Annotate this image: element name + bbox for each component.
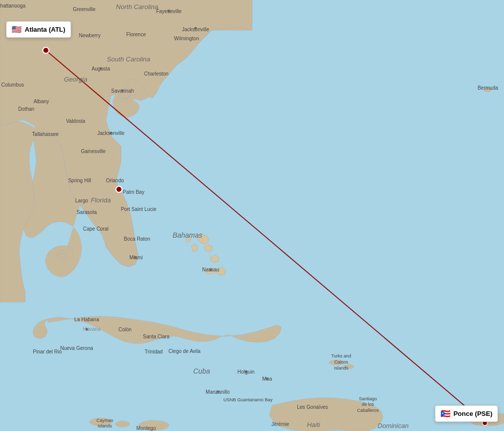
svg-text:Valdosta: Valdosta [66, 118, 86, 124]
svg-text:Ciego de Avila: Ciego de Avila [168, 348, 201, 354]
svg-text:Islands: Islands [98, 423, 112, 428]
map-container: Chattanooga Greenville North Carolina Fa… [0, 0, 504, 431]
svg-text:Wilmington: Wilmington [174, 36, 199, 41]
svg-text:Caicos: Caicos [334, 360, 348, 365]
svg-text:Islands: Islands [334, 366, 349, 371]
svg-text:Pinar del Rio: Pinar del Rio [33, 349, 62, 354]
svg-point-74 [121, 90, 124, 92]
svg-text:South Carolina: South Carolina [107, 55, 150, 63]
svg-text:Charleston: Charleston [144, 71, 168, 77]
svg-point-10 [116, 186, 122, 192]
svg-text:Georgia: Georgia [64, 76, 87, 83]
svg-text:Santa Clara: Santa Clara [143, 334, 170, 339]
us-flag-icon: 🇺🇸 [12, 25, 22, 34]
svg-text:Trinidad: Trinidad [145, 349, 163, 354]
svg-text:Dothan: Dothan [18, 106, 34, 112]
svg-point-76 [210, 269, 212, 271]
svg-text:Port Saint Lucie: Port Saint Lucie [121, 206, 157, 212]
svg-text:Gainesville: Gainesville [81, 149, 106, 154]
svg-text:Haiti: Haiti [307, 421, 321, 428]
svg-text:Florence: Florence [127, 32, 146, 37]
svg-point-3 [115, 421, 130, 427]
svg-text:de los: de los [362, 402, 374, 407]
svg-text:Montego: Montego [137, 425, 156, 431]
svg-text:Nueva Gerona: Nueva Gerona [60, 345, 93, 351]
svg-point-79 [245, 371, 247, 373]
pse-airport-label[interactable]: 🇵🇷 Ponce (PSE) [435, 405, 498, 422]
svg-text:Newberry: Newberry [79, 33, 101, 38]
svg-text:Orlando: Orlando [106, 178, 124, 183]
svg-point-73 [100, 67, 102, 70]
svg-text:Largo: Largo [75, 198, 88, 203]
svg-text:Bermuda: Bermuda [478, 85, 498, 91]
atl-label-text: Atlanta (ATL) [25, 26, 66, 33]
svg-text:Boca Raton: Boca Raton [124, 236, 150, 242]
svg-text:Jérémie: Jérémie [271, 421, 289, 427]
svg-text:Columbus: Columbus [1, 82, 24, 88]
svg-text:Spring Hill: Spring Hill [68, 178, 91, 183]
svg-point-71 [168, 10, 170, 13]
svg-text:Cuba: Cuba [193, 367, 210, 375]
svg-text:Chattanooga: Chattanooga [0, 3, 26, 9]
svg-text:Bahamas: Bahamas [172, 231, 202, 239]
svg-text:Santiago: Santiago [359, 396, 377, 401]
svg-point-72 [195, 27, 197, 30]
svg-text:Cayman: Cayman [96, 418, 113, 423]
svg-text:Palm Bay: Palm Bay [123, 189, 145, 195]
svg-text:North Carolina: North Carolina [116, 3, 158, 11]
svg-text:La Habana: La Habana [75, 317, 99, 322]
pr-flag-icon: 🇵🇷 [440, 409, 451, 418]
svg-text:Tallahassee: Tallahassee [32, 131, 59, 137]
svg-text:Greenville: Greenville [73, 7, 95, 12]
svg-text:Dominican: Dominican [377, 422, 408, 429]
atl-airport-label[interactable]: 🇺🇸 Atlanta (ATL) [6, 21, 71, 38]
svg-point-81 [217, 391, 219, 393]
svg-point-80 [266, 378, 269, 380]
pse-label-text: Ponce (PSE) [454, 410, 492, 417]
svg-text:Sarasota: Sarasota [77, 209, 97, 215]
svg-text:Albany: Albany [34, 99, 49, 104]
svg-text:USNB Guantanamo Bay: USNB Guantanamo Bay [223, 397, 273, 402]
svg-text:Caballeros: Caballeros [357, 408, 379, 413]
svg-text:Les Gonaïves: Les Gonaïves [297, 404, 328, 410]
svg-point-78 [86, 328, 88, 331]
svg-point-75 [110, 132, 112, 134]
svg-point-9 [43, 47, 49, 53]
svg-text:Colón: Colón [118, 327, 132, 332]
svg-point-77 [134, 256, 137, 259]
svg-text:Cape Coral: Cape Coral [83, 226, 109, 232]
svg-text:Turks and: Turks and [331, 353, 351, 358]
svg-text:Florida: Florida [91, 196, 111, 204]
